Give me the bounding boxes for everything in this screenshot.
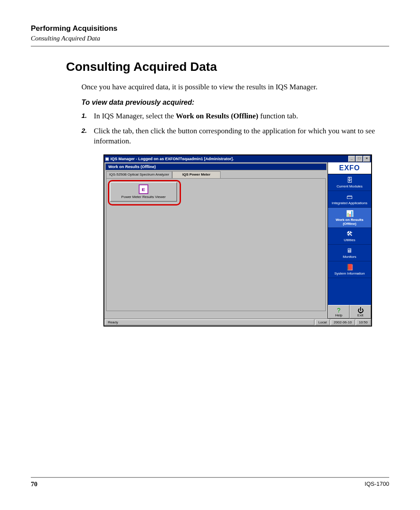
step-number: 1. [81,111,94,121]
procedure-heading: To view data previously acquired: [81,99,389,106]
app-icon: ▣ [105,157,109,161]
exit-button[interactable]: ⏻ Exit [350,305,371,319]
close-button[interactable]: × [363,156,370,162]
results-icon: 📊 [345,210,354,217]
nav-integrated-applications[interactable]: 🗃 Integrated Applications [328,191,371,208]
step-number: 2. [81,126,94,147]
page-footer: 70 IQS-1700 [31,477,389,488]
nav-monitors[interactable]: 🖥 Monitors [328,245,371,261]
brand-logo: EXFO [328,162,371,174]
help-icon: ? [337,307,341,313]
header-divider [31,46,389,47]
window-titlebar: ▣ IQS Manager - Logged on as EXFONT\sqaa… [104,155,371,162]
step-list: 1. In IQS Manager, select the Work on Re… [81,111,389,147]
nav-utilities[interactable]: 🛠 Utilities [328,228,371,245]
chapter-subtitle: Consulting Acquired Data [31,35,389,42]
status-local: Local [315,319,330,325]
power-meter-results-button[interactable]: ◧ Power Meter Results Viewer [110,182,177,202]
tab-row: IQS-5250B Optical Spectrum Analyzer IQS … [106,171,326,178]
intro-paragraph: Once you have acquired data, it is possi… [81,82,385,92]
step-text: In IQS Manager, select the Work on Resul… [94,111,389,121]
panel-title: Work on Results (Offline) [105,163,327,170]
page-number: 70 [31,481,37,488]
section-title: Consulting Acquired Data [66,60,389,74]
step-text: Click the tab, then click the button cor… [94,126,389,147]
product-model: IQS-1700 [365,481,389,488]
tab-osa[interactable]: IQS-5250B Optical Spectrum Analyzer [106,171,172,178]
applications-icon: 🗃 [345,194,354,201]
tab-content: ◧ Power Meter Results Viewer [106,178,326,311]
list-item: 2. Click the tab, then click the button … [81,126,389,147]
results-viewer-icon: ◧ [139,184,148,194]
chapter-title: Performing Acquisitions [31,24,389,33]
nav-system-information[interactable]: 📕 System Information [328,261,371,278]
status-date: 2002-06-10 [331,319,355,325]
maximize-button[interactable]: □ [356,156,363,162]
minimize-button[interactable]: _ [348,156,355,162]
nav-current-modules[interactable]: 🗄 Current Modules [328,174,371,191]
app-screenshot: ▣ IQS Manager - Logged on as EXFONT\sqaa… [103,154,372,327]
window-title: IQS Manager - Logged on as EXFONT\sqaadm… [111,157,348,161]
monitors-icon: 🖥 [345,247,354,254]
nav-work-on-results[interactable]: 📊 Work on Results (Offline) [328,208,371,228]
side-panel: EXFO 🗄 Current Modules 🗃 Integrated Appl… [328,162,371,319]
main-panel: Work on Results (Offline) IQS-5250B Opti… [104,162,328,319]
status-time: 10:50 [356,319,371,325]
power-icon: ⏻ [357,307,364,313]
info-icon: 📕 [345,264,354,271]
tab-power-meter[interactable]: IQS Power Meter [172,171,221,178]
result-button-label: Power Meter Results Viewer [122,195,166,199]
modules-icon: 🗄 [345,177,354,184]
utilities-icon: 🛠 [345,231,354,238]
list-item: 1. In IQS Manager, select the Work on Re… [81,111,389,121]
status-ready: Ready [105,319,314,325]
status-bar: Ready Local 2002-06-10 10:50 [104,319,371,326]
help-button[interactable]: ? Help [328,305,350,319]
